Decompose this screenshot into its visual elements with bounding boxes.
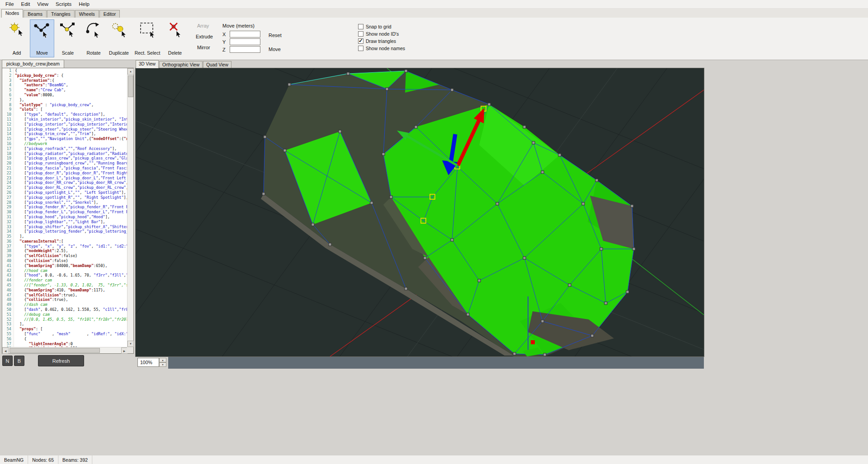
tab-beams[interactable]: Beams xyxy=(24,10,47,18)
code-line[interactable]: 17 ["pickup_roofrack","","Roof Accessory… xyxy=(2,146,127,151)
code-line[interactable]: 49 //dash cam xyxy=(2,302,127,307)
draw-triangles-checkbox-box[interactable] xyxy=(358,38,363,44)
scroll-down-button[interactable]: ▼ xyxy=(127,341,134,347)
tab-nodes[interactable]: Nodes xyxy=(1,9,23,18)
code-line[interactable]: 4 "authors":"BeamNG", xyxy=(2,83,127,88)
menu-scripts[interactable]: Scripts xyxy=(52,0,75,8)
tab-quad-view[interactable]: Quad View xyxy=(203,61,231,68)
code-line[interactable]: 57 "lightInnerAngle":0 xyxy=(2,342,127,347)
code-line[interactable]: 44 //fender cam xyxy=(2,278,127,283)
file-tab-jbeam[interactable]: pickup_body_crew.jbeam xyxy=(2,60,64,68)
code-line[interactable]: 27 ["pickup_spotlight_R","", "Right Spot… xyxy=(2,195,127,200)
code-line[interactable]: 22 ["pickup_door_R","pickup_door_R","Fro… xyxy=(2,171,127,176)
origin-node-marker[interactable] xyxy=(531,340,535,344)
zoom-decrease-button[interactable]: ▼ xyxy=(159,362,166,367)
extrude-button[interactable]: Extrude xyxy=(196,34,213,39)
menu-file[interactable]: File xyxy=(2,0,18,8)
code-line[interactable]: 28 ["pickup_snorkel","","Snorkel"], xyxy=(2,200,127,205)
code-line[interactable]: 38 {"nodeWeight":2.5}, xyxy=(2,248,127,253)
code-line[interactable]: 32 ["pickup_lightbar","","Light Bar"], xyxy=(2,220,127,225)
code-line[interactable]: 3 "information":{ xyxy=(2,78,127,83)
zoom-increase-button[interactable]: ▲ xyxy=(159,358,166,362)
code-line[interactable]: 48 {"collision":true}, xyxy=(2,297,127,302)
code-line[interactable]: 20 ["pickup_runningboard_crew","","Runni… xyxy=(2,161,127,166)
code-line[interactable]: 51 //debug cam xyxy=(2,312,127,317)
snap-to-grid-checkbox-box[interactable] xyxy=(358,24,363,29)
snap-to-grid-checkbox[interactable]: Snap to grid xyxy=(358,23,392,30)
code-line[interactable]: 13 ["pickup_steer","pickup_steer","Steer… xyxy=(2,127,127,132)
code-line[interactable]: 12 ["pickup_interior","pickup_interior",… xyxy=(2,122,127,127)
code-line[interactable]: 47 {"selfCollision":true}, xyxy=(2,293,127,298)
scroll-left-button[interactable]: ◀ xyxy=(2,347,9,354)
scroll-right-button[interactable]: ▶ xyxy=(121,347,127,354)
code-line[interactable]: 21 ["pickup_fascia","pickup_fascia","Fro… xyxy=(2,166,127,171)
code-line[interactable]: 6 "value":8000, xyxy=(2,93,127,98)
move-tool-button[interactable]: Move xyxy=(30,19,54,57)
code-horizontal-scrollbar[interactable]: ◀ ▶ xyxy=(2,347,127,353)
tab-wheels[interactable]: Wheels xyxy=(75,10,99,18)
code-line[interactable]: 55 ["func" , "mesh" , "idRef:", "idX:"], xyxy=(2,332,127,337)
draw-triangles-checkbox[interactable]: Draw triangles xyxy=(358,38,396,44)
code-line[interactable]: 5 "name":"Crew Cab", xyxy=(2,88,127,93)
code-editor[interactable]: 1{2"pickup_body_crew": {3 "information":… xyxy=(2,68,134,354)
code-line[interactable]: 34 ["pickup_lettering_fender","pickup_le… xyxy=(2,229,127,234)
code-line[interactable]: 42 //hood cam xyxy=(2,268,127,273)
duplicate-tool-button[interactable]: Duplicate xyxy=(107,19,131,57)
code-line[interactable]: 14 ["pickup_trim_crew","","Trim"], xyxy=(2,131,127,136)
rotate-tool-button[interactable]: Rotate xyxy=(81,19,106,57)
code-line[interactable]: 37 ["type", "x", "y", "z", "fov", "id1:"… xyxy=(2,244,127,249)
code-line[interactable]: 10 ["type", "default", "description"], xyxy=(2,112,127,117)
code-line[interactable]: 50 ["dash", 0.462, 0.162, 1.558, 55, "c1… xyxy=(2,307,127,312)
move-button[interactable]: Move xyxy=(269,47,281,52)
code-line[interactable]: 15 ["gps","","Navigation Unit",{"nodeOff… xyxy=(2,136,127,141)
code-line[interactable]: 56 { xyxy=(2,337,127,342)
code-line[interactable]: 16 //bodywork xyxy=(2,141,127,146)
code-line[interactable]: 41 {"beamSpring":84000,"beamDamp":650}, xyxy=(2,263,127,268)
nodes-n-button[interactable]: N xyxy=(2,356,13,366)
tab-editor[interactable]: Editor xyxy=(99,10,120,18)
x-input[interactable] xyxy=(230,31,260,37)
code-line[interactable]: 35 ], xyxy=(2,234,127,239)
rect-select-tool-button[interactable]: Rect. Select xyxy=(133,19,161,57)
code-line[interactable]: 52 //[0.0, 1.45, 0.5, 55, "fr10l","fr10r… xyxy=(2,317,127,322)
show-node-names-checkbox[interactable]: Show node names xyxy=(358,45,405,52)
code-line[interactable]: 23 ["pickup_door_L","pickup_door_L","Fro… xyxy=(2,176,127,181)
menu-help[interactable]: Help xyxy=(75,0,93,8)
tab-3d-view[interactable]: 3D View xyxy=(136,60,159,68)
menu-edit[interactable]: Edit xyxy=(18,0,34,8)
code-line[interactable]: 43 ["hood", 0.0, -0.6, 1.65, 70, "f3rr",… xyxy=(2,273,127,278)
code-line[interactable]: 31 ["pickup_hood","pickup_hood","Hood"], xyxy=(2,215,127,220)
code-line[interactable]: 9 "slots": [ xyxy=(2,107,127,112)
scale-tool-button[interactable]: Scale xyxy=(56,19,80,57)
scroll-up-button[interactable]: ▲ xyxy=(127,68,134,75)
code-line[interactable]: 1{ xyxy=(2,68,127,73)
code-vertical-scrollbar[interactable]: ▲ ▼ xyxy=(127,68,133,347)
z-input[interactable] xyxy=(230,46,260,53)
zoom-level-field[interactable]: 100% xyxy=(137,358,159,367)
code-line[interactable]: 24 ["pickup_door_RR_crew","pickup_door_R… xyxy=(2,180,127,185)
refresh-button[interactable]: Refresh xyxy=(38,355,84,366)
code-line[interactable]: 33 ["pickup_shifter","pickup_shifter_A",… xyxy=(2,225,127,230)
code-line[interactable]: 11 ["skin_interior","pickup_skin_interio… xyxy=(2,117,127,122)
mirror-button[interactable]: Mirror xyxy=(197,45,210,50)
code-line[interactable]: 54 "props": [ xyxy=(2,327,127,332)
tab-orthographic-view[interactable]: Orthographic View xyxy=(159,61,203,68)
menu-view[interactable]: View xyxy=(33,0,52,8)
show-node-names-checkbox-box[interactable] xyxy=(358,46,363,51)
code-line[interactable]: 53 ], xyxy=(2,322,127,327)
vertical-scroll-thumb[interactable] xyxy=(128,75,133,97)
y-input[interactable] xyxy=(230,38,260,45)
code-line[interactable]: 39 {"selfCollision":false} xyxy=(2,253,127,258)
code-line[interactable]: 25 ["pickup_door_RL_crew","pickup_door_R… xyxy=(2,185,127,190)
code-line[interactable]: 30 ["pickup_fender_L","pickup_fender_L",… xyxy=(2,210,127,215)
code-line[interactable]: 26 ["pickup_spotlight_L","", "Left Spotl… xyxy=(2,190,127,195)
3d-viewport[interactable] xyxy=(136,68,704,356)
code-line[interactable]: 46 {"beamSpring":410, "beamDamp":117}, xyxy=(2,288,127,293)
code-line[interactable]: 8 "slotType" : "pickup_body_crew", xyxy=(2,103,127,108)
code-line[interactable]: 18 ["pickup_radiator","pickup_radiator",… xyxy=(2,151,127,156)
3d-scene[interactable] xyxy=(136,68,704,356)
show-node-ids-checkbox-box[interactable] xyxy=(358,31,363,37)
show-node-ids-checkbox[interactable]: Show node ID's xyxy=(358,31,399,37)
code-line[interactable]: 45 //["fender", -1.33, 0.2, 1.02, 75, "f… xyxy=(2,283,127,288)
delete-tool-button[interactable]: Delete xyxy=(163,19,187,57)
